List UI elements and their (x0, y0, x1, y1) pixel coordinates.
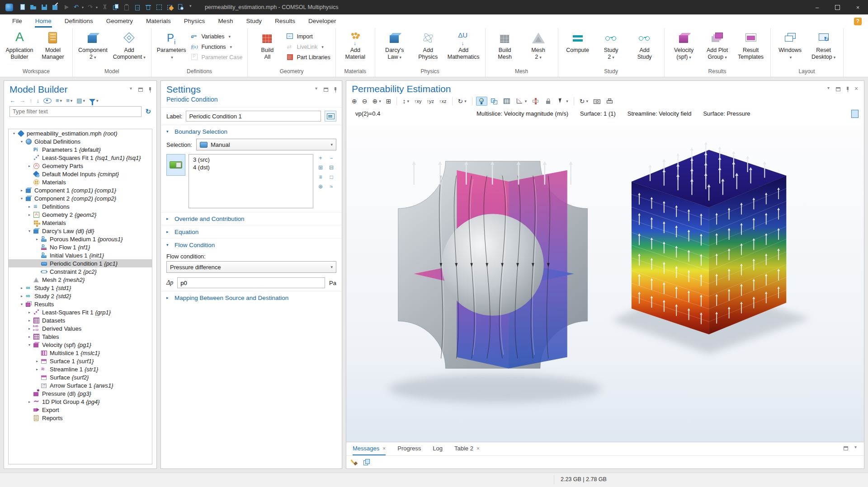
selection-dropdown[interactable]: Manual ▾ (196, 139, 336, 150)
select-frame-button[interactable] (154, 3, 164, 12)
go-to-default-view-button[interactable]: ↕▾ (401, 96, 411, 106)
pin-icon[interactable] (332, 87, 338, 93)
menu-tab-definitions[interactable]: Definitions (64, 15, 94, 28)
part-libraries-button[interactable]: Part Libraries (284, 53, 332, 61)
tree-node-component-2[interactable]: ▾Component 2(comp2) {comp2} (9, 194, 152, 202)
save-as-button[interactable] (50, 3, 60, 12)
tree-expand-icon[interactable]: ▸ (19, 286, 24, 290)
float-window-icon[interactable] (138, 87, 144, 93)
chevron-down-icon[interactable] (129, 87, 135, 93)
tree-expand-icon[interactable]: ▸ (34, 237, 40, 241)
copy-button[interactable] (111, 3, 121, 12)
copy-button[interactable]: ⊞ (316, 164, 325, 171)
mapping-section[interactable]: ▸ Mapping Between Source and Destination (161, 291, 342, 304)
reset-desktop-button[interactable]: ResetDesktop▾ (807, 29, 840, 61)
menu-tab-developer[interactable]: Developer (308, 15, 337, 28)
help-button[interactable]: ? (854, 18, 862, 25)
result-templates-button[interactable]: ResultTemplates (735, 29, 767, 61)
tree-expand-icon[interactable]: ▸ (34, 359, 40, 363)
tree-node-multislice-1[interactable]: Multislice 1{mslc1} (9, 349, 152, 357)
tree-node-velocity-spf[interactable]: ▾Velocity (spf){pg1} (9, 341, 152, 349)
tree-collapse-icon[interactable]: ▾ (19, 197, 24, 201)
pressure-difference-input[interactable] (177, 277, 325, 288)
tree-expand-icon[interactable]: ▸ (34, 367, 40, 371)
update-plot-button[interactable]: ↻▾ (578, 96, 590, 106)
show-button[interactable] (43, 98, 52, 103)
close-tab-icon[interactable]: × (382, 445, 386, 452)
delete-button[interactable] (143, 3, 153, 12)
zoom-in-button[interactable]: ⊕ (350, 96, 359, 106)
zoom-out-button[interactable]: ⊖ (360, 96, 369, 106)
paste-button[interactable] (122, 3, 132, 12)
tree-expand-icon[interactable]: ▸ (27, 310, 32, 314)
tree-node-constraint-2[interactable]: Constraint 2{pc2} (9, 267, 152, 276)
float-window-icon[interactable] (835, 86, 841, 92)
selection-list[interactable]: 3 (src)4 (dst) (189, 154, 313, 208)
functions-button[interactable]: Functions▾ (189, 42, 244, 51)
lock-camera-button[interactable] (542, 97, 554, 106)
refresh-icon[interactable]: ↻ (145, 108, 151, 116)
go-back-button[interactable]: ← (9, 97, 15, 104)
tree-collapse-icon[interactable]: ▾ (27, 229, 32, 233)
build-mesh-button[interactable]: BuildMesh (489, 29, 521, 61)
run-button[interactable] (61, 3, 71, 12)
copy-table-button[interactable] (363, 459, 371, 466)
livelink-button[interactable]: LiveLink▾ (284, 42, 332, 51)
darcy-s-law-button[interactable]: Darcy'sLaw▾ (378, 29, 411, 61)
clip-plane-button[interactable] (530, 97, 541, 106)
tab-messages[interactable]: Messages× (353, 442, 386, 455)
filter-input[interactable] (9, 106, 142, 117)
minimize-button[interactable]: – (807, 0, 827, 14)
tree-collapse-icon[interactable]: ▾ (27, 343, 32, 347)
chevron-down-icon[interactable] (314, 87, 320, 93)
remove-button[interactable]: − (327, 154, 335, 162)
velocity-spf-button[interactable]: Velocity(spf)▾ (668, 29, 700, 61)
import-button[interactable]: Import (284, 32, 332, 41)
tree-node-parameters-1[interactable]: Parameters 1{default} (9, 145, 152, 154)
component-2-button[interactable]: Component2▾ (76, 29, 110, 61)
tree-node-darcy-s-law[interactable]: ▾Darcy's Law(dl) {dl} (9, 227, 152, 235)
tree-node-definitions[interactable]: ▸Definitions (9, 202, 152, 211)
tree-node-surface-1[interactable]: ▸Surface 1{surf1} (9, 357, 152, 365)
close-button[interactable]: × (848, 0, 868, 14)
menu-tab-geometry[interactable]: Geometry (106, 15, 133, 28)
tree-node-export[interactable]: Export (9, 406, 152, 414)
tree-node-initial-values-1[interactable]: Initial Values 1{init1} (9, 251, 152, 259)
menu-tab-materials[interactable]: Materials (146, 15, 171, 28)
boundary-selection-section[interactable]: ▾ Boundary Selection (161, 125, 342, 138)
float-window-icon[interactable] (843, 445, 849, 451)
view-yz-button[interactable]: ↑yz (425, 96, 436, 106)
tree-node-geometry-parts[interactable]: ▸Geometry Parts (9, 162, 152, 170)
build-all-button[interactable]: BuildAll (251, 29, 283, 61)
tree-collapse-icon[interactable]: ▾ (19, 140, 24, 144)
tab-log[interactable]: Log (433, 442, 443, 455)
tree-node-arrow-surface-1[interactable]: Arrow Surface 1{arws1} (9, 381, 152, 389)
add-plot-group-button[interactable]: Add PlotGroup▾ (701, 29, 734, 61)
paste-button[interactable]: ≡ (316, 173, 325, 181)
application-builder-button[interactable]: ApplicationBuilder (3, 29, 36, 61)
tab-progress[interactable]: Progress (397, 442, 421, 455)
mesh-2-button[interactable]: Mesh2▾ (522, 29, 555, 61)
menu-tab-file[interactable]: File (12, 15, 23, 28)
delete-button[interactable]: ⊟ (327, 164, 335, 171)
active-toggle-button[interactable] (166, 154, 185, 176)
plot-settings-button[interactable]: ▾ (514, 97, 529, 106)
cut-button[interactable] (100, 3, 110, 12)
add-mathematics-button[interactable]: AddMathematics (445, 29, 482, 61)
menu-tab-physics[interactable]: Physics (184, 15, 206, 28)
plot-canvas[interactable] (346, 125, 864, 442)
redo-button[interactable]: ▾ (86, 3, 99, 12)
tree-node-no-flow-1[interactable]: No Flow 1{nf1} (9, 243, 152, 251)
tree-expand-icon[interactable]: ▸ (27, 327, 32, 331)
tree-node-datasets[interactable]: ▸Datasets (9, 316, 152, 324)
tree-expand-icon[interactable]: ▸ (27, 213, 32, 217)
tree-node-materials[interactable]: Materials (9, 178, 152, 186)
menu-tab-results[interactable]: Results (274, 15, 296, 28)
filter-button[interactable]: ▾ (89, 98, 99, 103)
tree-expand-icon[interactable]: ▸ (27, 335, 32, 339)
tree-node-study-1[interactable]: ▸Study 1{std1} (9, 284, 152, 292)
tree-node-reports[interactable]: Reports (9, 414, 152, 422)
select-mode-button[interactable]: ▾ (555, 97, 570, 106)
windows-button[interactable]: Windows▾ (774, 29, 807, 61)
label-input[interactable] (186, 111, 321, 122)
